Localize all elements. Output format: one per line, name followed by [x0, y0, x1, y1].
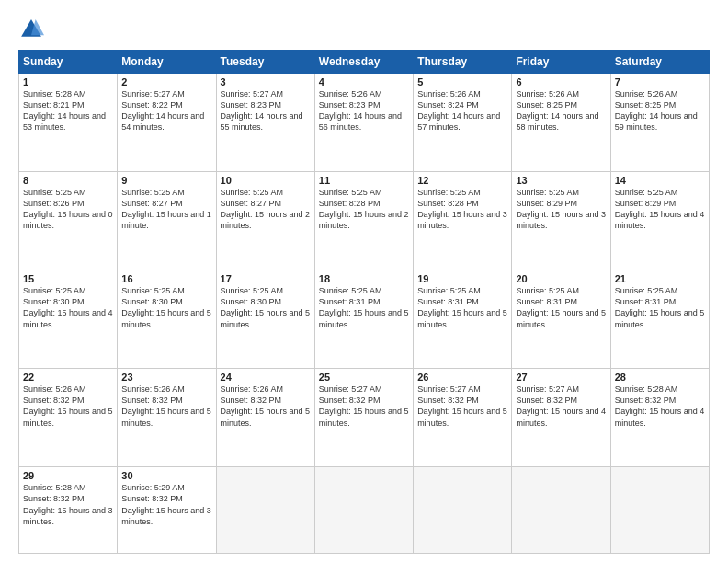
calendar-cell: 10Sunrise: 5:25 AMSunset: 8:27 PMDayligh…	[216, 172, 314, 270]
cell-info: Sunrise: 5:29 AMSunset: 8:32 PMDaylight:…	[121, 483, 211, 525]
day-number: 25	[319, 372, 409, 383]
day-number: 16	[121, 273, 211, 284]
cell-info: Sunrise: 5:25 AMSunset: 8:29 PMDaylight:…	[615, 188, 705, 230]
day-number: 19	[417, 273, 507, 284]
cell-info: Sunrise: 5:25 AMSunset: 8:31 PMDaylight:…	[516, 286, 606, 328]
calendar-cell: 23Sunrise: 5:26 AMSunset: 8:32 PMDayligh…	[118, 369, 216, 467]
calendar-cell: 24Sunrise: 5:26 AMSunset: 8:32 PMDayligh…	[216, 369, 314, 467]
calendar-week-4: 22Sunrise: 5:26 AMSunset: 8:32 PMDayligh…	[19, 369, 710, 467]
day-number: 3	[221, 76, 311, 87]
cell-info: Sunrise: 5:27 AMSunset: 8:23 PMDaylight:…	[221, 89, 303, 132]
cell-info: Sunrise: 5:28 AMSunset: 8:32 PMDaylight:…	[615, 385, 705, 427]
calendar-cell: 3Sunrise: 5:27 AMSunset: 8:23 PMDaylight…	[216, 74, 314, 172]
calendar-cell: 25Sunrise: 5:27 AMSunset: 8:32 PMDayligh…	[314, 369, 413, 467]
calendar-cell: 30Sunrise: 5:29 AMSunset: 8:32 PMDayligh…	[118, 467, 216, 554]
cell-info: Sunrise: 5:27 AMSunset: 8:22 PMDaylight:…	[121, 89, 204, 132]
calendar-cell	[610, 467, 709, 554]
calendar-cell: 28Sunrise: 5:28 AMSunset: 8:32 PMDayligh…	[610, 369, 709, 467]
calendar-week-1: 1Sunrise: 5:28 AMSunset: 8:21 PMDaylight…	[19, 74, 710, 172]
calendar-cell: 11Sunrise: 5:25 AMSunset: 8:28 PMDayligh…	[314, 172, 413, 270]
cell-info: Sunrise: 5:27 AMSunset: 8:32 PMDaylight:…	[417, 385, 507, 427]
cell-info: Sunrise: 5:26 AMSunset: 8:32 PMDaylight:…	[23, 385, 113, 427]
calendar-cell: 2Sunrise: 5:27 AMSunset: 8:22 PMDaylight…	[118, 74, 216, 172]
cell-info: Sunrise: 5:25 AMSunset: 8:28 PMDaylight:…	[417, 188, 507, 230]
day-header-friday: Friday	[512, 51, 610, 74]
cell-info: Sunrise: 5:27 AMSunset: 8:32 PMDaylight:…	[516, 385, 606, 427]
calendar-cell: 12Sunrise: 5:25 AMSunset: 8:28 PMDayligh…	[414, 172, 512, 270]
calendar-cell: 19Sunrise: 5:25 AMSunset: 8:31 PMDayligh…	[414, 270, 512, 369]
logo	[18, 17, 48, 42]
cell-info: Sunrise: 5:25 AMSunset: 8:31 PMDaylight:…	[319, 286, 409, 328]
cell-info: Sunrise: 5:26 AMSunset: 8:32 PMDaylight:…	[121, 385, 211, 427]
day-number: 2	[121, 76, 211, 87]
calendar-cell: 9Sunrise: 5:25 AMSunset: 8:27 PMDaylight…	[118, 172, 216, 270]
calendar-cell: 1Sunrise: 5:28 AMSunset: 8:21 PMDaylight…	[19, 74, 118, 172]
day-number: 4	[319, 76, 409, 87]
day-number: 12	[417, 175, 507, 186]
calendar-cell: 7Sunrise: 5:26 AMSunset: 8:25 PMDaylight…	[610, 74, 709, 172]
calendar-cell: 29Sunrise: 5:28 AMSunset: 8:32 PMDayligh…	[19, 467, 118, 554]
day-number: 6	[516, 76, 606, 87]
day-number: 15	[23, 273, 113, 284]
day-header-thursday: Thursday	[414, 51, 512, 74]
day-number: 18	[319, 273, 409, 284]
cell-info: Sunrise: 5:25 AMSunset: 8:26 PMDaylight:…	[23, 188, 113, 230]
calendar-cell: 13Sunrise: 5:25 AMSunset: 8:29 PMDayligh…	[512, 172, 610, 270]
cell-info: Sunrise: 5:26 AMSunset: 8:23 PMDaylight:…	[319, 89, 402, 132]
day-number: 26	[417, 372, 507, 383]
cell-info: Sunrise: 5:25 AMSunset: 8:27 PMDaylight:…	[221, 188, 311, 230]
calendar-cell: 6Sunrise: 5:26 AMSunset: 8:25 PMDaylight…	[512, 74, 610, 172]
page: SundayMondayTuesdayWednesdayThursdayFrid…	[0, 0, 728, 563]
day-number: 11	[319, 175, 409, 186]
calendar-week-3: 15Sunrise: 5:25 AMSunset: 8:30 PMDayligh…	[19, 270, 710, 369]
day-number: 14	[615, 175, 705, 186]
calendar-cell: 4Sunrise: 5:26 AMSunset: 8:23 PMDaylight…	[314, 74, 413, 172]
calendar-cell	[216, 467, 314, 554]
calendar-cell: 8Sunrise: 5:25 AMSunset: 8:26 PMDaylight…	[19, 172, 118, 270]
calendar-cell: 16Sunrise: 5:25 AMSunset: 8:30 PMDayligh…	[118, 270, 216, 369]
day-number: 28	[615, 372, 705, 383]
day-header-monday: Monday	[118, 51, 216, 74]
calendar-cell: 27Sunrise: 5:27 AMSunset: 8:32 PMDayligh…	[512, 369, 610, 467]
cell-info: Sunrise: 5:25 AMSunset: 8:29 PMDaylight:…	[516, 188, 606, 230]
day-number: 24	[221, 372, 311, 383]
logo-icon	[18, 17, 44, 42]
calendar-cell: 22Sunrise: 5:26 AMSunset: 8:32 PMDayligh…	[19, 369, 118, 467]
calendar-cell: 17Sunrise: 5:25 AMSunset: 8:30 PMDayligh…	[216, 270, 314, 369]
calendar-cell: 18Sunrise: 5:25 AMSunset: 8:31 PMDayligh…	[314, 270, 413, 369]
calendar-cell	[512, 467, 610, 554]
day-number: 20	[516, 273, 606, 284]
day-number: 7	[615, 76, 705, 87]
calendar-week-5: 29Sunrise: 5:28 AMSunset: 8:32 PMDayligh…	[19, 467, 710, 554]
day-header-tuesday: Tuesday	[216, 51, 314, 74]
calendar-cell	[314, 467, 413, 554]
day-number: 1	[23, 76, 113, 87]
header	[18, 17, 710, 42]
day-number: 23	[121, 372, 211, 383]
day-number: 9	[121, 175, 211, 186]
day-number: 29	[23, 470, 113, 481]
day-header-sunday: Sunday	[19, 51, 118, 74]
cell-info: Sunrise: 5:26 AMSunset: 8:24 PMDaylight:…	[417, 89, 500, 132]
cell-info: Sunrise: 5:28 AMSunset: 8:32 PMDaylight:…	[23, 483, 113, 525]
cell-info: Sunrise: 5:26 AMSunset: 8:25 PMDaylight:…	[516, 89, 598, 132]
calendar-cell	[414, 467, 512, 554]
day-number: 17	[221, 273, 311, 284]
calendar-cell: 14Sunrise: 5:25 AMSunset: 8:29 PMDayligh…	[610, 172, 709, 270]
calendar-cell: 26Sunrise: 5:27 AMSunset: 8:32 PMDayligh…	[414, 369, 512, 467]
cell-info: Sunrise: 5:25 AMSunset: 8:31 PMDaylight:…	[417, 286, 507, 328]
calendar-cell: 21Sunrise: 5:25 AMSunset: 8:31 PMDayligh…	[610, 270, 709, 369]
calendar-week-2: 8Sunrise: 5:25 AMSunset: 8:26 PMDaylight…	[19, 172, 710, 270]
day-number: 30	[121, 470, 211, 481]
cell-info: Sunrise: 5:25 AMSunset: 8:30 PMDaylight:…	[121, 286, 211, 328]
day-number: 5	[417, 76, 507, 87]
cell-info: Sunrise: 5:25 AMSunset: 8:31 PMDaylight:…	[615, 286, 705, 328]
calendar-cell: 20Sunrise: 5:25 AMSunset: 8:31 PMDayligh…	[512, 270, 610, 369]
cell-info: Sunrise: 5:25 AMSunset: 8:27 PMDaylight:…	[121, 188, 211, 230]
day-header-saturday: Saturday	[610, 51, 709, 74]
day-number: 22	[23, 372, 113, 383]
day-header-wednesday: Wednesday	[314, 51, 413, 74]
calendar-cell: 5Sunrise: 5:26 AMSunset: 8:24 PMDaylight…	[414, 74, 512, 172]
day-number: 21	[615, 273, 705, 284]
calendar-table: SundayMondayTuesdayWednesdayThursdayFrid…	[18, 50, 710, 554]
